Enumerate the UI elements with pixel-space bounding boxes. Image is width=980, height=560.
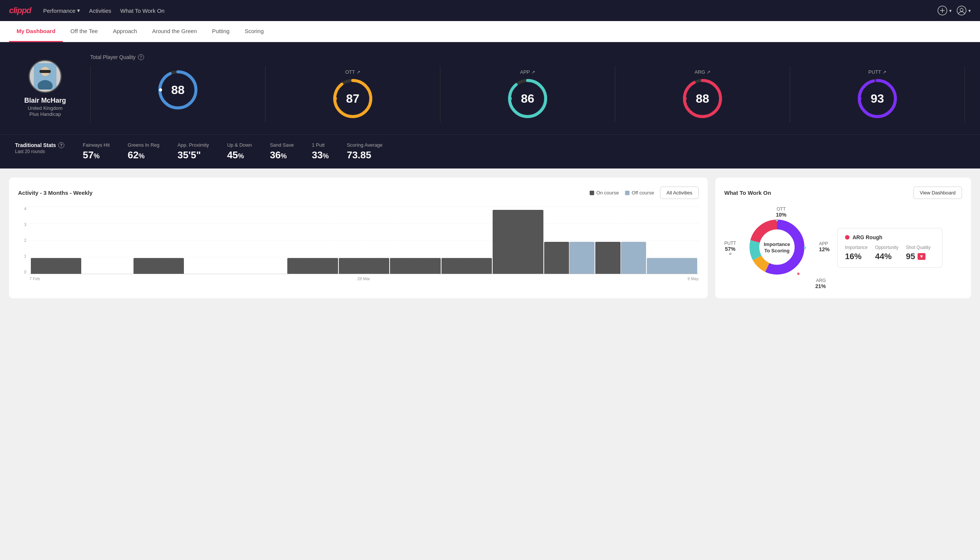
app-score-value: 86 (521, 92, 534, 106)
arg-circle: 88 (682, 78, 723, 119)
traditional-stats-items: Fairways Hit 57% Greens In Reg 62% App. … (83, 142, 965, 161)
stat-app-proximity: App. Proximity 35'5" (178, 142, 209, 161)
tab-approach[interactable]: Approach (105, 21, 145, 42)
scores-title: Total Player Quality ? (90, 54, 965, 60)
all-activities-button[interactable]: All Activities (660, 187, 699, 199)
legend-oncourse: On course (590, 190, 619, 195)
putt-circle: 93 (857, 78, 898, 119)
stat-scoring-average: Scoring Average 73.85 (347, 142, 383, 161)
chart-legend: On course Off course All Activities (590, 187, 699, 199)
main-content: Activity - 3 Months - Weekly On course O… (0, 168, 980, 307)
bar-oncourse-10[interactable] (544, 242, 569, 274)
stat-greens-in-reg: Greens In Reg 62% (128, 142, 160, 161)
bar-group-1 (82, 207, 132, 274)
putt-label: PUTT ↗ (868, 69, 886, 75)
stat-up-and-down: Up & Down 45% (227, 142, 252, 161)
detail-title: ARG Rough (852, 234, 882, 240)
bar-oncourse-5[interactable] (287, 258, 338, 274)
bar-group-11 (595, 207, 646, 274)
tab-my-dashboard[interactable]: My Dashboard (9, 21, 63, 42)
bar-group-3 (185, 207, 235, 274)
donut-area: PUTT 57% (724, 207, 830, 289)
x-label-may: 9 May (687, 277, 699, 281)
offcourse-dot (625, 191, 629, 195)
score-ott: OTT ↗ 87 (266, 66, 440, 122)
oncourse-dot (590, 191, 594, 195)
bar-oncourse-11[interactable] (595, 242, 621, 274)
bar-oncourse-8[interactable] (441, 258, 492, 274)
y-label-4: 4 (24, 207, 26, 211)
chevron-down-icon: ▾ (77, 7, 80, 14)
scores-grid: 88 OTT ↗ 87 (90, 66, 965, 122)
chart-area: 4 3 2 1 0 7 Feb 28 Mar 9 May (18, 207, 699, 282)
tab-off-the-tee[interactable]: Off the Tee (63, 21, 105, 42)
donut-svg-container: Importance To Scoring (747, 217, 807, 279)
hero-section: Blair McHarg United Kingdom Plus Handica… (0, 42, 980, 134)
player-info: Blair McHarg United Kingdom Plus Handica… (15, 60, 75, 117)
bar-oncourse-2[interactable] (133, 258, 184, 274)
arg-score-value: 88 (696, 92, 709, 106)
x-label-feb: 7 Feb (29, 277, 40, 281)
what-to-work-on-card: What To Work On View Dashboard PUTT 57% (715, 178, 971, 298)
logo[interactable]: clippd (9, 6, 31, 15)
detail-card-header: ARG Rough (845, 234, 935, 240)
user-chevron-icon: ▾ (968, 8, 971, 13)
bar-oncourse-0[interactable] (31, 258, 81, 274)
y-label-3: 3 (24, 222, 26, 227)
bar-group-7 (390, 207, 440, 274)
scores-section: Total Player Quality ? 88 (90, 54, 965, 122)
detail-opportunity: Opportunity 44% (875, 245, 898, 262)
bar-offcourse-10[interactable] (569, 242, 594, 274)
player-name: Blair McHarg (24, 97, 66, 105)
score-app: APP ↗ 86 (440, 66, 615, 122)
add-chevron-icon: ▾ (949, 8, 952, 13)
shot-quality-badge: ▼ (918, 253, 926, 260)
score-total: 88 (91, 66, 266, 122)
nav-activities[interactable]: Activities (89, 8, 111, 14)
bar-group-6 (339, 207, 389, 274)
app-trend-icon: ↗ (531, 70, 535, 75)
ott-score-value: 87 (346, 92, 359, 106)
traditional-stats-help-icon[interactable]: ? (58, 142, 64, 148)
bar-oncourse-6[interactable] (339, 258, 389, 274)
ott-circle: 87 (332, 78, 373, 119)
add-button[interactable]: ▾ (937, 5, 952, 16)
arg-label: ARG ↗ (695, 69, 710, 75)
nav-links: Performance ▾ Activities What To Work On (43, 7, 925, 14)
player-country: United Kingdom (28, 105, 63, 111)
putt-trend-icon: ↗ (883, 70, 886, 75)
svg-point-23 (859, 97, 862, 100)
arg-segment-label: ARG 21% (815, 278, 826, 289)
tab-around-the-green[interactable]: Around the Green (145, 21, 204, 42)
nav-performance[interactable]: Performance ▾ (43, 7, 80, 14)
svg-point-14 (334, 97, 337, 100)
bar-offcourse-12[interactable] (647, 258, 697, 274)
work-content: PUTT 57% (724, 207, 962, 289)
bar-group-4 (236, 207, 286, 274)
total-score-value: 88 (171, 83, 185, 97)
bar-oncourse-9[interactable] (492, 210, 543, 274)
bar-group-0 (31, 207, 81, 274)
tab-putting[interactable]: Putting (205, 21, 237, 42)
stat-fairways-hit: Fairways Hit 57% (83, 142, 110, 161)
stat-sand-save: Sand Save 36% (270, 142, 294, 161)
ott-trend-icon: ↗ (356, 70, 360, 75)
svg-point-4 (960, 8, 963, 11)
work-header: What To Work On View Dashboard (724, 187, 962, 199)
bar-group-12 (647, 207, 697, 274)
bar-oncourse-7[interactable] (390, 258, 440, 274)
nav-what-to-work-on[interactable]: What To Work On (120, 8, 165, 14)
bar-offcourse-11[interactable] (621, 242, 646, 274)
tab-bar: My Dashboard Off the Tee Approach Around… (0, 21, 980, 42)
app-label: APP ↗ (520, 69, 535, 75)
y-label-1: 1 (24, 254, 26, 258)
view-dashboard-button[interactable]: View Dashboard (913, 187, 962, 199)
user-button[interactable]: ▾ (956, 5, 971, 16)
tab-scoring[interactable]: Scoring (237, 21, 271, 42)
bar-group-5 (287, 207, 338, 274)
bar-group-8 (441, 207, 492, 274)
detail-shot-quality: Shot Quality 95 ▼ (906, 245, 930, 262)
avatar (28, 60, 62, 93)
total-quality-help-icon[interactable]: ? (138, 54, 144, 60)
x-label-mar: 28 Mar (357, 277, 370, 281)
